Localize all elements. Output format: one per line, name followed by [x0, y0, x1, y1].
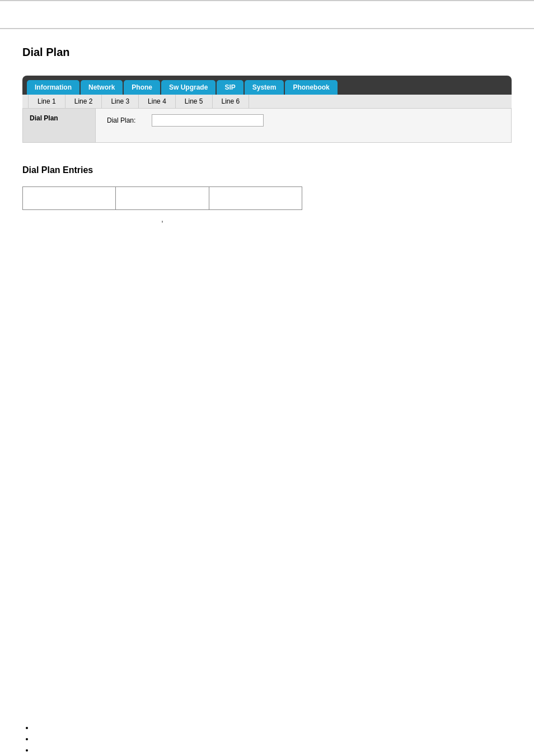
sub-tab-line4[interactable]: Line 4 — [139, 95, 176, 108]
sub-tab-line6[interactable]: Line 6 — [213, 95, 250, 108]
dial-plan-section: Dial Plan Dial Plan: — [23, 109, 511, 142]
entries-section-title: Dial Plan Entries — [22, 165, 512, 175]
tab-information[interactable]: Information — [27, 80, 79, 95]
dial-plan-field-row: Dial Plan: — [107, 114, 500, 127]
settings-panel: Dial Plan Dial Plan: — [22, 109, 512, 143]
entries-col-3 — [209, 187, 302, 209]
tab-system[interactable]: System — [245, 80, 284, 95]
comma-separator: , — [22, 214, 302, 223]
bullet-item-3 — [34, 746, 512, 754]
tab-sip[interactable]: SIP — [217, 80, 243, 95]
entries-input-1[interactable] — [23, 187, 115, 209]
tab-sw-upgrade[interactable]: Sw Upgrade — [161, 80, 216, 95]
tab-network[interactable]: Network — [81, 80, 123, 95]
bullet-item-2 — [34, 735, 512, 743]
dial-plan-field-label: Dial Plan: — [107, 116, 146, 124]
dial-plan-input[interactable] — [152, 114, 264, 127]
sub-tab-line5[interactable]: Line 5 — [176, 95, 213, 108]
entries-col-2 — [116, 187, 209, 209]
section-label-dial-plan: Dial Plan — [23, 109, 96, 142]
page-title: Dial Plan — [22, 46, 512, 59]
entries-input-2[interactable] — [116, 187, 208, 209]
tab-phone[interactable]: Phone — [124, 80, 160, 95]
entries-table — [22, 186, 302, 210]
bullet-item-1 — [34, 724, 512, 731]
sub-tab-line1[interactable]: Line 1 — [28, 95, 65, 108]
bullet-list — [22, 712, 512, 756]
tab-phonebook[interactable]: Phonebook — [285, 80, 337, 95]
entries-col-1 — [23, 187, 116, 209]
sub-tab-line3[interactable]: Line 3 — [102, 95, 139, 108]
section-content-dial-plan: Dial Plan: — [96, 109, 511, 132]
nav-tab-bar: Information Network Phone Sw Upgrade SIP… — [22, 76, 512, 95]
sub-tab-line2[interactable]: Line 2 — [65, 95, 102, 108]
sub-tab-bar: Line 1 Line 2 Line 3 Line 4 Line 5 Line … — [22, 95, 512, 109]
entries-input-3[interactable] — [209, 187, 302, 209]
